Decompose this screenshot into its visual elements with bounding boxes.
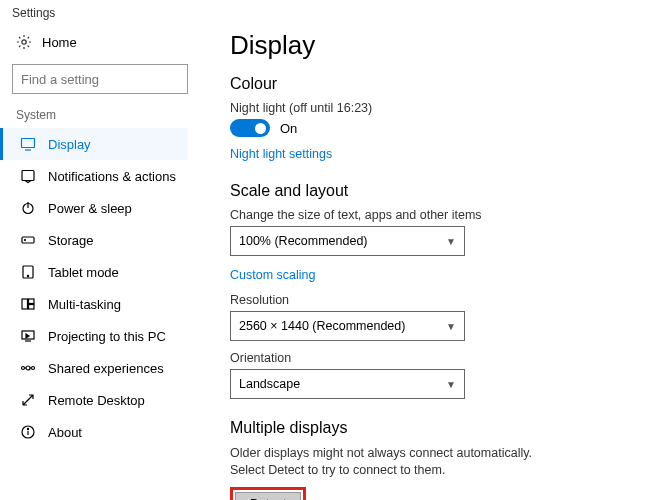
multiple-displays-desc: Older displays might not always connect …	[230, 445, 570, 479]
orientation-select[interactable]: Landscape ▼	[230, 369, 465, 399]
nav-item-power-sleep[interactable]: Power & sleep	[0, 192, 188, 224]
home-link[interactable]: Home	[12, 26, 188, 58]
gear-icon	[16, 34, 32, 50]
nav-item-label: Projecting to this PC	[48, 329, 166, 344]
scale-heading: Scale and layout	[230, 182, 634, 200]
page-title: Display	[230, 30, 634, 61]
nav-item-multi-tasking[interactable]: Multi-tasking	[0, 288, 188, 320]
resolution-select[interactable]: 2560 × 1440 (Recommended) ▼	[230, 311, 465, 341]
resolution-label: Resolution	[230, 293, 634, 307]
nav-item-storage[interactable]: Storage	[0, 224, 188, 256]
nav-item-label: Multi-tasking	[48, 297, 121, 312]
detect-button[interactable]: Detect	[235, 492, 301, 500]
remote-icon	[20, 392, 36, 408]
nav-item-label: Shared experiences	[48, 361, 164, 376]
svg-point-18	[32, 367, 35, 370]
size-select[interactable]: 100% (Recommended) ▼	[230, 226, 465, 256]
power-icon	[20, 200, 36, 216]
nav-item-label: Display	[48, 137, 91, 152]
night-light-status: Night light (off until 16:23)	[230, 101, 634, 115]
tablet-icon	[20, 264, 36, 280]
storage-icon	[20, 232, 36, 248]
svg-rect-5	[22, 171, 34, 181]
multiple-displays-heading: Multiple displays	[230, 419, 634, 437]
nav-list: DisplayNotifications & actionsPower & sl…	[12, 128, 188, 448]
svg-point-0	[22, 40, 26, 44]
svg-point-17	[22, 367, 25, 370]
nav-item-notifications-actions[interactable]: Notifications & actions	[0, 160, 188, 192]
sidebar: Home System DisplayNotifications & actio…	[0, 26, 200, 500]
notifications-icon	[20, 168, 36, 184]
home-label: Home	[42, 35, 77, 50]
svg-point-11	[27, 275, 28, 276]
svg-rect-14	[29, 305, 35, 310]
custom-scaling-link[interactable]: Custom scaling	[230, 268, 315, 282]
nav-item-projecting-to-this-pc[interactable]: Projecting to this PC	[0, 320, 188, 352]
search-input[interactable]	[21, 72, 189, 87]
svg-rect-8	[22, 237, 34, 243]
display-icon	[20, 136, 36, 152]
toggle-state-label: On	[280, 121, 297, 136]
svg-point-23	[27, 428, 28, 429]
svg-rect-3	[22, 139, 35, 148]
nav-item-label: Remote Desktop	[48, 393, 145, 408]
main-panel: Display Colour Night light (off until 16…	[200, 26, 654, 500]
svg-point-9	[25, 240, 26, 241]
nav-item-label: Notifications & actions	[48, 169, 176, 184]
chevron-down-icon: ▼	[446, 379, 456, 390]
about-icon	[20, 424, 36, 440]
nav-item-label: Power & sleep	[48, 201, 132, 216]
orientation-value: Landscape	[239, 377, 300, 391]
svg-rect-12	[22, 299, 28, 309]
night-light-settings-link[interactable]: Night light settings	[230, 147, 332, 161]
search-input-wrapper[interactable]	[12, 64, 188, 94]
colour-heading: Colour	[230, 75, 634, 93]
multitasking-icon	[20, 296, 36, 312]
shared-icon	[20, 360, 36, 376]
svg-point-16	[26, 366, 30, 370]
orientation-label: Orientation	[230, 351, 634, 365]
section-label: System	[12, 108, 188, 122]
projecting-icon	[20, 328, 36, 344]
size-label: Change the size of text, apps and other …	[230, 208, 634, 222]
resolution-value: 2560 × 1440 (Recommended)	[239, 319, 405, 333]
nav-item-label: About	[48, 425, 82, 440]
size-value: 100% (Recommended)	[239, 234, 368, 248]
nav-item-label: Tablet mode	[48, 265, 119, 280]
nav-item-display[interactable]: Display	[0, 128, 188, 160]
svg-rect-13	[29, 299, 35, 304]
nav-item-label: Storage	[48, 233, 94, 248]
night-light-toggle[interactable]	[230, 119, 270, 137]
nav-item-shared-experiences[interactable]: Shared experiences	[0, 352, 188, 384]
nav-item-remote-desktop[interactable]: Remote Desktop	[0, 384, 188, 416]
chevron-down-icon: ▼	[446, 236, 456, 247]
window-title: Settings	[0, 0, 654, 26]
chevron-down-icon: ▼	[446, 321, 456, 332]
detect-highlight: Detect	[230, 487, 306, 500]
nav-item-tablet-mode[interactable]: Tablet mode	[0, 256, 188, 288]
nav-item-about[interactable]: About	[0, 416, 188, 448]
